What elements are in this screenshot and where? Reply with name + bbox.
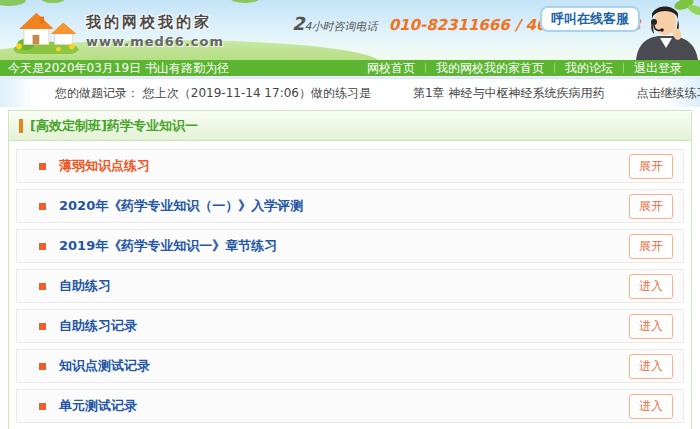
customer-service-agent-image <box>608 0 700 60</box>
practice-row-label[interactable]: 自助练习记录 <box>59 317 137 335</box>
bullet-icon <box>39 283 46 290</box>
logo-title: 我的网校我的家 <box>86 13 224 32</box>
practice-row: 自助练习进入 <box>16 269 684 303</box>
practice-row-action-button[interactable]: 进入 <box>629 394 673 419</box>
course-panel: [高效定制班]药学专业知识一 薄弱知识点练习展开2020年《药学专业知识（一）》… <box>8 110 692 429</box>
practice-row-action-button[interactable]: 展开 <box>629 194 673 219</box>
logo-url: www.med66.com <box>86 34 224 49</box>
record-chapter-text: 第1章 神经与中枢神经系统疾病用药 <box>413 85 604 102</box>
practice-row: 自助练习记录进入 <box>16 309 684 343</box>
practice-row: 单元测试记录进入 <box>16 389 684 423</box>
practice-row-action-button[interactable]: 进入 <box>629 354 673 379</box>
houses-logo-icon <box>12 8 80 54</box>
practice-row-action-button[interactable]: 展开 <box>629 234 673 259</box>
practice-row-label[interactable]: 单元测试记录 <box>59 397 137 415</box>
bullet-icon <box>39 243 46 250</box>
nav-link-home[interactable]: 网校首页 <box>357 60 425 77</box>
practice-row: 薄弱知识点练习展开 <box>16 149 684 183</box>
bullet-icon <box>39 203 46 210</box>
exercise-record-bar: 您的做题记录： 您上次（2019-11-14 17:06）做的练习是 第1章 神… <box>0 79 700 107</box>
practice-row-action-button[interactable]: 进入 <box>629 314 673 339</box>
course-panel-title: [高效定制班]药学专业知识一 <box>30 117 198 135</box>
hotline-label: 2 <box>292 13 305 34</box>
orange-bar-icon <box>19 119 23 133</box>
practice-row-action-button[interactable]: 展开 <box>629 154 673 179</box>
nav-links: 网校首页 我的网校我的家首页 我的论坛 退出登录 <box>357 60 692 77</box>
grass-decoration <box>40 0 66 3</box>
hotline-label-rest: 4小时咨询电话 <box>305 20 378 33</box>
bullet-icon <box>39 403 46 410</box>
practice-row: 2020年《药学专业知识（一）》入学评测展开 <box>16 189 684 223</box>
bullet-icon <box>39 363 46 370</box>
continue-practice-link[interactable]: 点击继续练习 <box>636 85 700 102</box>
nav-link-my-home[interactable]: 我的网校我的家首页 <box>426 60 554 77</box>
practice-row-label[interactable]: 2019年《药学专业知识一》章节练习 <box>59 237 277 255</box>
grass-decoration <box>230 0 260 3</box>
practice-row-action-button[interactable]: 进入 <box>629 274 673 299</box>
bullet-icon <box>39 163 46 170</box>
course-panel-header: [高效定制班]药学专业知识一 <box>9 111 691 141</box>
nav-date-text: 今天是2020年03月19日 书山有路勤为径 <box>8 60 357 77</box>
practice-row: 知识点测试记录进入 <box>16 349 684 383</box>
site-logo[interactable]: 我的网校我的家 www.med66.com <box>12 8 224 54</box>
site-header: 我的网校我的家 www.med66.com 24小时咨询电话 010-82311… <box>0 0 700 60</box>
logo-text: 我的网校我的家 www.med66.com <box>86 13 224 49</box>
top-navbar: 今天是2020年03月19日 书山有路勤为径 网校首页 我的网校我的家首页 我的… <box>0 60 700 77</box>
practice-row-label[interactable]: 薄弱知识点练习 <box>59 157 150 175</box>
record-prefix-text: 您的做题记录： 您上次（2019-11-14 17:06）做的练习是 <box>55 85 371 102</box>
practice-row: 2019年《药学专业知识一》章节练习展开 <box>16 229 684 263</box>
practice-row-label[interactable]: 2020年《药学专业知识（一）》入学评测 <box>59 197 303 215</box>
grass-decoration <box>0 0 26 6</box>
practice-row-label[interactable]: 知识点测试记录 <box>59 357 150 375</box>
practice-row-list: 薄弱知识点练习展开2020年《药学专业知识（一）》入学评测展开2019年《药学专… <box>9 141 691 429</box>
bullet-icon <box>39 323 46 330</box>
nav-link-forum[interactable]: 我的论坛 <box>555 60 623 77</box>
nav-link-logout[interactable]: 退出登录 <box>624 60 692 77</box>
practice-row-label[interactable]: 自助练习 <box>59 277 111 295</box>
